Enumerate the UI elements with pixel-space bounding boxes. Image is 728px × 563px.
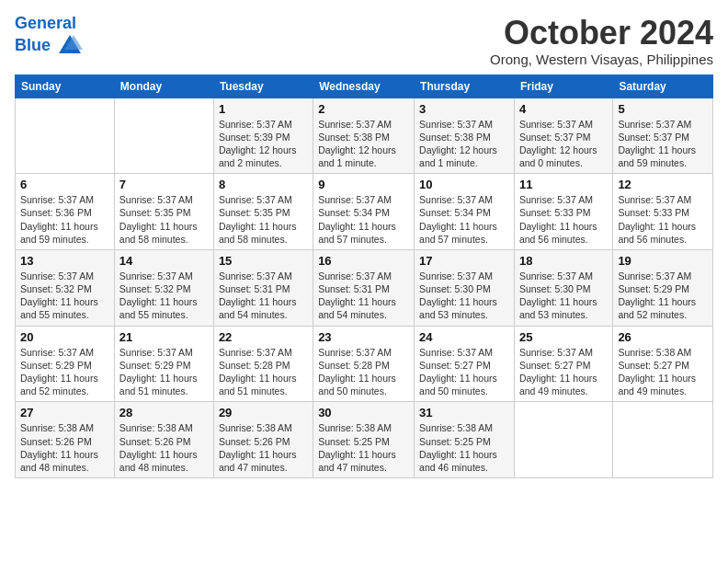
day-number: 9 [318,178,409,191]
day-info: Sunrise: 5:37 AM Sunset: 5:38 PM Dayligh… [318,118,409,170]
calendar-cell: 22Sunrise: 5:37 AM Sunset: 5:28 PM Dayli… [213,326,313,402]
weekday-header-row: SundayMondayTuesdayWednesdayThursdayFrid… [16,75,713,98]
day-number: 16 [318,254,409,268]
day-number: 18 [519,254,608,268]
calendar-cell: 18Sunrise: 5:37 AM Sunset: 5:30 PM Dayli… [514,249,612,326]
day-number: 31 [419,406,509,419]
day-number: 14 [119,254,209,268]
calendar-week-5: 27Sunrise: 5:38 AM Sunset: 5:26 PM Dayli… [16,402,713,478]
day-info: Sunrise: 5:37 AM Sunset: 5:27 PM Dayligh… [419,346,509,398]
day-number: 10 [419,178,509,191]
day-number: 5 [618,102,708,116]
day-info: Sunrise: 5:37 AM Sunset: 5:35 PM Dayligh… [219,193,308,246]
calendar-cell: 13Sunrise: 5:37 AM Sunset: 5:32 PM Dayli… [16,249,115,326]
day-info: Sunrise: 5:38 AM Sunset: 5:26 PM Dayligh… [219,421,308,474]
day-number: 7 [119,178,209,191]
weekday-header-thursday: Thursday [415,75,515,98]
calendar-cell: 3Sunrise: 5:37 AM Sunset: 5:38 PM Daylig… [415,98,515,174]
calendar-cell [613,402,713,478]
day-info: Sunrise: 5:37 AM Sunset: 5:29 PM Dayligh… [618,270,708,322]
logo-icon [57,33,83,59]
day-number: 27 [20,406,109,419]
day-info: Sunrise: 5:37 AM Sunset: 5:32 PM Dayligh… [119,270,209,322]
day-number: 13 [20,254,109,268]
day-number: 28 [119,406,209,419]
day-info: Sunrise: 5:37 AM Sunset: 5:31 PM Dayligh… [318,270,409,322]
day-info: Sunrise: 5:37 AM Sunset: 5:36 PM Dayligh… [20,193,109,246]
logo-blue: Blue [15,36,51,54]
day-info: Sunrise: 5:37 AM Sunset: 5:29 PM Dayligh… [20,346,109,398]
calendar-cell: 29Sunrise: 5:38 AM Sunset: 5:26 PM Dayli… [213,402,313,478]
calendar-cell: 26Sunrise: 5:38 AM Sunset: 5:27 PM Dayli… [613,326,713,402]
day-number: 8 [219,178,308,191]
day-number: 4 [519,102,608,116]
day-info: Sunrise: 5:38 AM Sunset: 5:26 PM Dayligh… [119,421,209,474]
calendar-cell: 24Sunrise: 5:37 AM Sunset: 5:27 PM Dayli… [415,326,515,402]
calendar-cell: 20Sunrise: 5:37 AM Sunset: 5:29 PM Dayli… [16,326,115,402]
day-info: Sunrise: 5:38 AM Sunset: 5:25 PM Dayligh… [318,421,409,474]
calendar-cell: 25Sunrise: 5:37 AM Sunset: 5:27 PM Dayli… [514,326,612,402]
day-number: 2 [318,102,409,116]
calendar-cell: 11Sunrise: 5:37 AM Sunset: 5:33 PM Dayli… [514,174,612,250]
day-info: Sunrise: 5:37 AM Sunset: 5:28 PM Dayligh… [318,346,409,398]
calendar-cell: 17Sunrise: 5:37 AM Sunset: 5:30 PM Dayli… [415,249,515,326]
calendar-week-2: 6Sunrise: 5:37 AM Sunset: 5:36 PM Daylig… [16,174,713,250]
calendar-cell: 12Sunrise: 5:37 AM Sunset: 5:33 PM Dayli… [613,174,713,250]
day-info: Sunrise: 5:37 AM Sunset: 5:29 PM Dayligh… [119,346,209,398]
day-info: Sunrise: 5:37 AM Sunset: 5:37 PM Dayligh… [618,118,708,170]
calendar-cell: 8Sunrise: 5:37 AM Sunset: 5:35 PM Daylig… [213,174,313,250]
calendar-cell: 6Sunrise: 5:37 AM Sunset: 5:36 PM Daylig… [16,174,115,250]
day-info: Sunrise: 5:37 AM Sunset: 5:33 PM Dayligh… [519,193,608,246]
weekday-header-saturday: Saturday [613,75,713,98]
calendar-body: 1Sunrise: 5:37 AM Sunset: 5:39 PM Daylig… [16,98,713,477]
calendar-cell: 14Sunrise: 5:37 AM Sunset: 5:32 PM Dayli… [114,249,213,326]
day-info: Sunrise: 5:37 AM Sunset: 5:37 PM Dayligh… [519,118,608,170]
day-number: 11 [519,178,608,191]
month-title: October 2024 [490,15,713,52]
day-number: 6 [20,178,109,191]
calendar-week-4: 20Sunrise: 5:37 AM Sunset: 5:29 PM Dayli… [16,326,713,402]
day-info: Sunrise: 5:37 AM Sunset: 5:32 PM Dayligh… [20,270,109,322]
day-number: 26 [618,330,708,344]
weekday-header-tuesday: Tuesday [213,75,313,98]
calendar-cell [114,98,213,174]
day-number: 3 [419,102,509,116]
calendar-cell [16,98,115,174]
calendar-table: SundayMondayTuesdayWednesdayThursdayFrid… [15,75,713,478]
day-number: 17 [419,254,509,268]
calendar-cell: 31Sunrise: 5:38 AM Sunset: 5:25 PM Dayli… [415,402,515,478]
day-info: Sunrise: 5:37 AM Sunset: 5:34 PM Dayligh… [419,193,509,246]
day-info: Sunrise: 5:37 AM Sunset: 5:30 PM Dayligh… [419,270,509,322]
day-number: 22 [219,330,308,344]
day-number: 19 [618,254,708,268]
calendar-cell: 19Sunrise: 5:37 AM Sunset: 5:29 PM Dayli… [613,249,713,326]
day-info: Sunrise: 5:37 AM Sunset: 5:33 PM Dayligh… [618,193,708,246]
logo-general: General [15,14,76,32]
day-info: Sunrise: 5:37 AM Sunset: 5:34 PM Dayligh… [318,193,409,246]
day-number: 1 [219,102,308,116]
calendar-cell: 28Sunrise: 5:38 AM Sunset: 5:26 PM Dayli… [114,402,213,478]
calendar-cell: 15Sunrise: 5:37 AM Sunset: 5:31 PM Dayli… [213,249,313,326]
calendar-cell: 30Sunrise: 5:38 AM Sunset: 5:25 PM Dayli… [313,402,415,478]
day-number: 23 [318,330,409,344]
day-info: Sunrise: 5:37 AM Sunset: 5:35 PM Dayligh… [119,193,209,246]
day-info: Sunrise: 5:37 AM Sunset: 5:31 PM Dayligh… [219,270,308,322]
day-info: Sunrise: 5:38 AM Sunset: 5:25 PM Dayligh… [419,421,509,474]
calendar-cell: 16Sunrise: 5:37 AM Sunset: 5:31 PM Dayli… [313,249,415,326]
day-number: 12 [618,178,708,191]
day-info: Sunrise: 5:37 AM Sunset: 5:28 PM Dayligh… [219,346,308,398]
calendar-week-3: 13Sunrise: 5:37 AM Sunset: 5:32 PM Dayli… [16,249,713,326]
calendar-cell: 1Sunrise: 5:37 AM Sunset: 5:39 PM Daylig… [213,98,313,174]
logo: General Blue [15,15,83,59]
calendar-cell: 5Sunrise: 5:37 AM Sunset: 5:37 PM Daylig… [613,98,713,174]
calendar-cell: 7Sunrise: 5:37 AM Sunset: 5:35 PM Daylig… [114,174,213,250]
weekday-header-friday: Friday [514,75,612,98]
day-number: 24 [419,330,509,344]
day-info: Sunrise: 5:38 AM Sunset: 5:27 PM Dayligh… [618,346,708,398]
calendar-cell: 4Sunrise: 5:37 AM Sunset: 5:37 PM Daylig… [514,98,612,174]
weekday-header-monday: Monday [114,75,213,98]
day-number: 25 [519,330,608,344]
day-number: 21 [119,330,209,344]
page-header: General Blue October 2024 Orong, Western… [15,15,713,67]
calendar-cell: 2Sunrise: 5:37 AM Sunset: 5:38 PM Daylig… [313,98,415,174]
